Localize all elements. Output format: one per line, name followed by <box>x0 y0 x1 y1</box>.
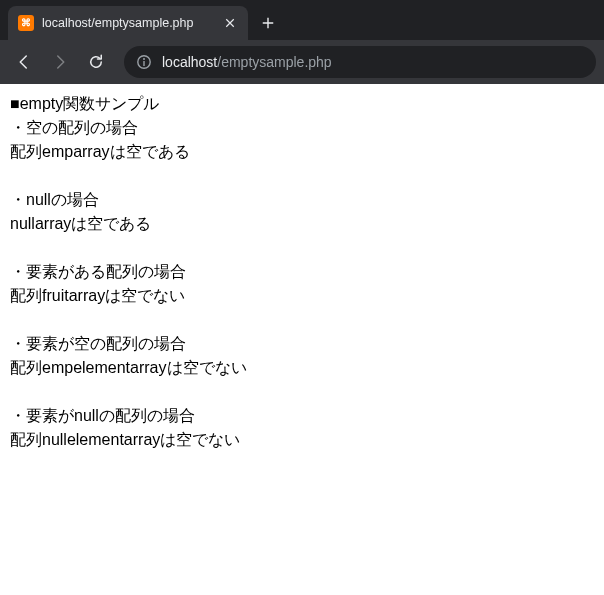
close-tab-button[interactable] <box>222 15 238 31</box>
xampp-favicon: ⌘ <box>18 15 34 31</box>
section-label: ・要素がある配列の場合 <box>10 260 594 284</box>
forward-button[interactable] <box>44 46 76 78</box>
new-tab-button[interactable] <box>254 9 282 37</box>
section-result: 配列fruitarrayは空でない <box>10 284 594 308</box>
address-bar[interactable]: localhost/emptysample.php <box>124 46 596 78</box>
blank-line <box>10 308 594 332</box>
site-info-button[interactable] <box>136 54 152 70</box>
arrow-right-icon <box>51 53 69 71</box>
section-result: 配列empelementarrayは空でない <box>10 356 594 380</box>
plus-icon <box>261 16 275 30</box>
close-icon <box>224 17 236 29</box>
section-label: ・nullの場合 <box>10 188 594 212</box>
section-label: ・要素が空の配列の場合 <box>10 332 594 356</box>
toolbar: localhost/emptysample.php <box>0 40 604 84</box>
arrow-left-icon <box>15 53 33 71</box>
page-content: ■empty関数サンプル ・空の配列の場合 配列emparrayは空である ・n… <box>0 84 604 460</box>
blank-line <box>10 164 594 188</box>
info-icon <box>136 54 152 70</box>
browser-chrome: ⌘ localhost/emptysample.php localhost/em… <box>0 0 604 84</box>
tab-bar: ⌘ localhost/emptysample.php <box>0 0 604 40</box>
section-result: 配列emparrayは空である <box>10 140 594 164</box>
page-heading: ■empty関数サンプル <box>10 92 594 116</box>
url-host: localhost <box>162 54 217 70</box>
favicon-glyph: ⌘ <box>21 18 31 28</box>
reload-icon <box>87 53 105 71</box>
section-result: nullarrayは空である <box>10 212 594 236</box>
url-path: /emptysample.php <box>217 54 331 70</box>
reload-button[interactable] <box>80 46 112 78</box>
tab-title: localhost/emptysample.php <box>42 16 214 30</box>
url-text: localhost/emptysample.php <box>162 54 332 70</box>
blank-line <box>10 236 594 260</box>
svg-point-1 <box>143 58 145 60</box>
blank-line <box>10 380 594 404</box>
section-label: ・要素がnullの配列の場合 <box>10 404 594 428</box>
back-button[interactable] <box>8 46 40 78</box>
section-result: 配列nullelementarrayは空でない <box>10 428 594 452</box>
browser-tab[interactable]: ⌘ localhost/emptysample.php <box>8 6 248 40</box>
svg-rect-2 <box>143 61 144 66</box>
section-label: ・空の配列の場合 <box>10 116 594 140</box>
